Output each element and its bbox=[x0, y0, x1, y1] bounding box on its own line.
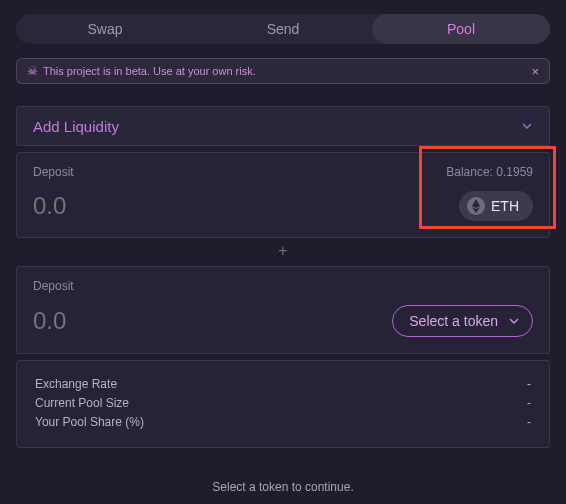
amount-input-1[interactable] bbox=[33, 192, 233, 220]
add-liquidity-header[interactable]: Add Liquidity bbox=[16, 106, 550, 146]
deposit-panel-2: Deposit Select a token bbox=[16, 266, 550, 354]
close-icon[interactable]: × bbox=[531, 64, 539, 79]
token-symbol: ETH bbox=[491, 198, 519, 214]
continue-hint: Select a token to continue. bbox=[16, 480, 550, 494]
exchange-rate-label: Exchange Rate bbox=[35, 375, 117, 394]
eth-icon bbox=[467, 197, 485, 215]
select-token-label: Select a token bbox=[409, 313, 498, 329]
section-title: Add Liquidity bbox=[33, 118, 119, 135]
mode-tabs: Swap Send Pool bbox=[16, 14, 550, 44]
chevron-down-icon bbox=[521, 120, 533, 132]
banner-text: This project is in beta. Use at your own… bbox=[43, 65, 256, 77]
exchange-rate-value: - bbox=[527, 375, 531, 394]
tab-send[interactable]: Send bbox=[194, 14, 372, 44]
deposit-label-2: Deposit bbox=[33, 279, 74, 293]
amount-input-2[interactable] bbox=[33, 307, 233, 335]
pool-info-panel: Exchange Rate - Current Pool Size - Your… bbox=[16, 360, 550, 448]
deposit-panel-1: Deposit Balance: 0.1959 ETH bbox=[16, 152, 550, 238]
select-token-button[interactable]: Select a token bbox=[392, 305, 533, 337]
tab-pool[interactable]: Pool bbox=[372, 14, 550, 44]
tab-swap[interactable]: Swap bbox=[16, 14, 194, 44]
pool-share-value: - bbox=[527, 413, 531, 432]
pool-size-value: - bbox=[527, 394, 531, 413]
deposit-label-1: Deposit bbox=[33, 165, 74, 179]
plus-divider: + bbox=[16, 242, 550, 260]
pool-size-label: Current Pool Size bbox=[35, 394, 129, 413]
token-select-eth[interactable]: ETH bbox=[459, 191, 533, 221]
skull-icon: ☠ bbox=[27, 64, 38, 78]
balance-text: Balance: 0.1959 bbox=[446, 165, 533, 179]
chevron-down-icon bbox=[508, 315, 520, 327]
pool-share-label: Your Pool Share (%) bbox=[35, 413, 144, 432]
beta-warning-banner: ☠ This project is in beta. Use at your o… bbox=[16, 58, 550, 84]
